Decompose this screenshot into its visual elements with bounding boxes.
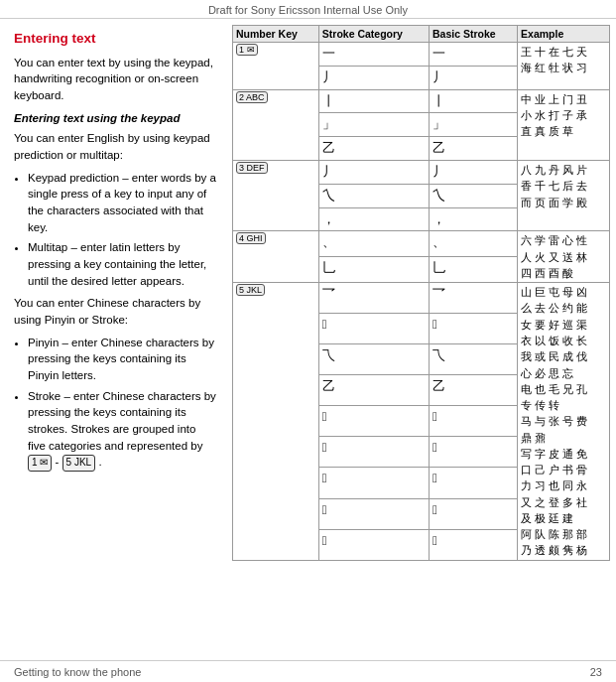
table-row: 5 JKL乛乛山 巨 屯 母 凶么 去 公 约 能女 要 好 巡 渠衣 以 饭 … (233, 283, 610, 314)
stroke-category-cell: 、 (318, 231, 429, 257)
basic-stroke-cell: 𠃋 (429, 468, 517, 498)
col-header-basic: Basic Stroke (429, 26, 517, 43)
bullet-list-1: Keypad prediction – enter words by a sin… (28, 170, 216, 290)
bullet-item: Pinyin – enter Chinese characters by pre… (28, 335, 216, 384)
bottom-footer: Getting to know the phone 23 (0, 660, 616, 682)
stroke-category-cell: 𠄌 (318, 437, 429, 468)
basic-stroke-cell: 乛 (429, 283, 517, 314)
bullet-item: Stroke – enter Chinese characters by pre… (28, 388, 216, 472)
number-key-cell: 2 ABC (233, 89, 319, 160)
number-key-cell: 3 DEF (233, 160, 319, 230)
section-title: Entering text (14, 29, 216, 49)
bullet-item: Multitap – enter latin letters by pressi… (28, 239, 216, 289)
example-cell: 八 九 丹 风 片香 千 七 后 去而 页 面 学 殿 (518, 160, 610, 230)
bullet-item: Keypad prediction – enter words by a sin… (28, 170, 216, 236)
basic-stroke-cell: 乚 (429, 257, 517, 283)
stroke-category-cell: 𠃊 (318, 406, 429, 437)
col-header-number: Number Key (233, 26, 319, 43)
example-cell: 中 业 上 门 丑小 水 打 子 承直 真 质 草 (518, 89, 610, 160)
basic-stroke-cell: 𠄌 (429, 437, 517, 468)
subtext: You can enter English by using keypad pr… (14, 130, 216, 163)
basic-stroke-cell: 丿 (429, 66, 517, 89)
key-badge-1: 1 ✉ (28, 455, 52, 472)
stroke-category-cell: 𠃍 (318, 529, 429, 560)
key-badge-2: 5 JKL (62, 455, 96, 472)
example-cell: 六 学 雷 心 性人 火 又 送 林四 西 酉 酸 (518, 231, 610, 283)
stroke-category-cell: 乁 (318, 344, 429, 375)
basic-stroke-cell: 乁 (429, 344, 517, 375)
footer-left: Getting to know the phone (14, 666, 141, 678)
stroke-category-cell: ， (318, 207, 429, 231)
subheading: Entering text using the keypad (14, 110, 216, 127)
basic-stroke-cell: 𠃊 (429, 406, 517, 437)
intro-text: You can enter text by using the keypad, … (14, 55, 216, 104)
table-row: 4 GHI、、六 学 雷 心 性人 火 又 送 林四 西 酉 酸 (233, 231, 610, 257)
stroke-category-cell: 丿 (318, 66, 429, 89)
col-header-example: Example (518, 26, 610, 43)
stroke-category-cell: 乙 (318, 137, 429, 161)
stroke-category-cell: 」 (318, 113, 429, 137)
stroke-category-cell: 丨 (318, 89, 429, 113)
basic-stroke-cell: ， (429, 207, 517, 231)
stroke-table: Number Key Stroke Category Basic Stroke … (232, 25, 610, 561)
stroke-category-cell: 乛 (318, 283, 429, 314)
stroke-intro: You can enter Chinese characters by usin… (14, 295, 216, 328)
basic-stroke-cell: 一 (429, 43, 517, 67)
left-column: Entering text You can enter text by usin… (0, 19, 228, 653)
stroke-category-cell: 乙 (318, 375, 429, 406)
basic-stroke-cell: 丨 (429, 89, 517, 113)
basic-stroke-cell: 」 (429, 113, 517, 137)
col-header-category: Stroke Category (318, 26, 429, 43)
table-row: 3 DEF丿丿八 九 丹 风 片香 千 七 后 去而 页 面 学 殿 (233, 160, 610, 184)
stroke-category-cell: 𠃌 (318, 498, 429, 529)
right-column: Number Key Stroke Category Basic Stroke … (228, 19, 616, 653)
number-key-cell: 4 GHI (233, 231, 319, 283)
stroke-category-cell: 丿 (318, 160, 429, 184)
basic-stroke-cell: 乙 (429, 137, 517, 161)
stroke-category-cell: 乚 (318, 257, 429, 283)
bullet-list-2: Pinyin – enter Chinese characters by pre… (28, 335, 216, 472)
footer-right: 23 (590, 666, 602, 678)
number-key-cell: 1 ✉ (233, 43, 319, 90)
main-layout: Entering text You can enter text by usin… (0, 19, 616, 653)
basic-stroke-cell: 、 (429, 231, 517, 257)
basic-stroke-cell: 𠄌 (429, 314, 517, 344)
basic-stroke-cell: 乙 (429, 375, 517, 406)
stroke-category-cell: 𠃋 (318, 468, 429, 498)
basic-stroke-cell: 𠃍 (429, 529, 517, 560)
stroke-category-cell: 𠄌 (318, 314, 429, 344)
basic-stroke-cell: 𠃌 (429, 498, 517, 529)
example-cell: 王 十 在 七 天海 红 牡 状 习 (518, 43, 610, 90)
table-row: 2 ABC丨丨中 业 上 门 丑小 水 打 子 承直 真 质 草 (233, 89, 610, 113)
basic-stroke-cell: 乀 (429, 184, 517, 207)
stroke-category-cell: 乀 (318, 184, 429, 207)
number-key-cell: 5 JKL (233, 283, 319, 561)
table-row: 1 ✉一一王 十 在 七 天海 红 牡 状 习 (233, 43, 610, 67)
banner-text: Draft for Sony Ericsson Internal Use Onl… (208, 4, 408, 16)
stroke-category-cell: 一 (318, 43, 429, 67)
basic-stroke-cell: 丿 (429, 160, 517, 184)
example-cell: 山 巨 屯 母 凶么 去 公 约 能女 要 好 巡 渠衣 以 饭 收 长我 或 … (518, 283, 610, 561)
top-banner: Draft for Sony Ericsson Internal Use Onl… (0, 0, 616, 19)
